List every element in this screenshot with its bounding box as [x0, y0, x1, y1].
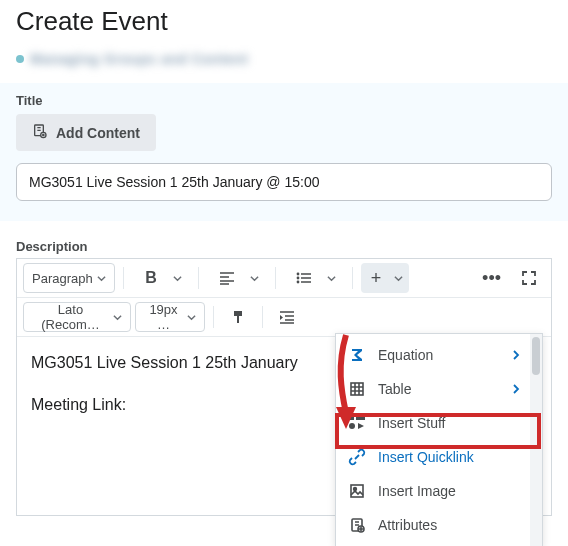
list-split-chevron[interactable]: [322, 263, 340, 293]
chevron-down-icon: [327, 274, 336, 283]
svg-point-3: [297, 277, 300, 280]
menu-item-equation[interactable]: Equation: [336, 338, 530, 372]
fullscreen-button[interactable]: [513, 263, 545, 293]
plus-icon: +: [361, 263, 391, 293]
list-icon: [296, 271, 312, 285]
font-size-select[interactable]: 19px …: [135, 302, 205, 332]
menu-item-label: Attributes: [378, 517, 437, 533]
rich-text-editor: Paragraph B: [16, 258, 552, 516]
svg-rect-6: [349, 416, 354, 420]
chevron-down-icon: [97, 274, 106, 283]
menu-item-insert-stuff[interactable]: Insert Stuff: [336, 406, 530, 440]
chevron-down-icon: [394, 274, 403, 283]
chevron-down-icon: [113, 313, 122, 322]
separator: [262, 306, 263, 328]
more-actions-button[interactable]: •••: [474, 263, 509, 293]
add-content-label: Add Content: [56, 125, 140, 141]
bold-split-chevron[interactable]: [168, 263, 186, 293]
breadcrumb-text[interactable]: Managing Groups and Content: [30, 51, 248, 67]
bold-button[interactable]: B: [136, 263, 166, 293]
menu-item-insert-quicklink[interactable]: Insert Quicklink: [336, 440, 530, 474]
menu-item-label: Equation: [378, 347, 433, 363]
block-style-select[interactable]: Paragraph: [23, 263, 115, 293]
add-content-button[interactable]: Add Content: [16, 114, 156, 151]
insert-menu-button[interactable]: +: [361, 263, 409, 293]
page-title: Create Event: [16, 6, 552, 37]
svg-point-4: [297, 281, 300, 284]
indent-icon: [279, 310, 295, 324]
menu-item-label: Table: [378, 381, 411, 397]
align-left-icon: [219, 271, 235, 285]
menu-item-label: Insert Stuff: [378, 415, 445, 431]
title-label: Title: [16, 83, 552, 114]
description-label: Description: [16, 239, 552, 254]
svg-point-2: [297, 273, 300, 276]
bold-icon: B: [145, 269, 157, 287]
font-family-select[interactable]: Lato (Recom…: [23, 302, 131, 332]
menu-item-label: Insert Quicklink: [378, 449, 474, 465]
separator: [213, 306, 214, 328]
sigma-icon: [348, 346, 366, 364]
fullscreen-icon: [521, 270, 537, 286]
svg-point-8: [349, 423, 355, 429]
block-style-label: Paragraph: [32, 271, 93, 286]
insert-menu-chevron: [391, 263, 409, 293]
svg-rect-7: [356, 416, 365, 420]
toolbar-row-1: Paragraph B: [17, 259, 551, 298]
chevron-down-icon: [173, 274, 182, 283]
svg-rect-9: [351, 485, 363, 497]
format-painter-button[interactable]: [222, 302, 254, 332]
font-size-label: 19px …: [144, 302, 183, 332]
menu-item-table[interactable]: Table: [336, 372, 530, 406]
separator: [275, 267, 276, 289]
format-painter-icon: [230, 309, 246, 325]
align-button[interactable]: [211, 263, 243, 293]
menu-item-attributes[interactable]: Attributes: [336, 508, 530, 542]
add-content-icon: [32, 123, 48, 142]
breadcrumb-dot: [16, 55, 24, 63]
menu-item-insert-image[interactable]: Insert Image: [336, 474, 530, 508]
chevron-down-icon: [250, 274, 259, 283]
separator: [198, 267, 199, 289]
toolbar-row-2: Lato (Recom… 19px …: [17, 298, 551, 337]
menu-item-label: Insert Image: [378, 483, 456, 499]
title-input[interactable]: [16, 163, 552, 201]
chevron-right-icon: [512, 347, 520, 363]
align-split-chevron[interactable]: [245, 263, 263, 293]
table-icon: [348, 380, 366, 398]
link-icon: [348, 448, 366, 466]
dots-icon: •••: [482, 269, 501, 287]
font-family-label: Lato (Recom…: [32, 302, 109, 332]
separator: [123, 267, 124, 289]
image-icon: [348, 482, 366, 500]
svg-rect-5: [351, 383, 363, 395]
insert-dropdown-menu: Equation Table Insert Stuff: [335, 333, 543, 546]
menu-scrollbar[interactable]: [530, 334, 542, 546]
chevron-right-icon: [512, 381, 520, 397]
stuff-icon: [348, 414, 366, 432]
chevron-down-icon: [187, 313, 196, 322]
list-button[interactable]: [288, 263, 320, 293]
indent-button[interactable]: [271, 302, 303, 332]
separator: [352, 267, 353, 289]
attributes-icon: [348, 516, 366, 534]
breadcrumb: Managing Groups and Content: [16, 51, 552, 67]
